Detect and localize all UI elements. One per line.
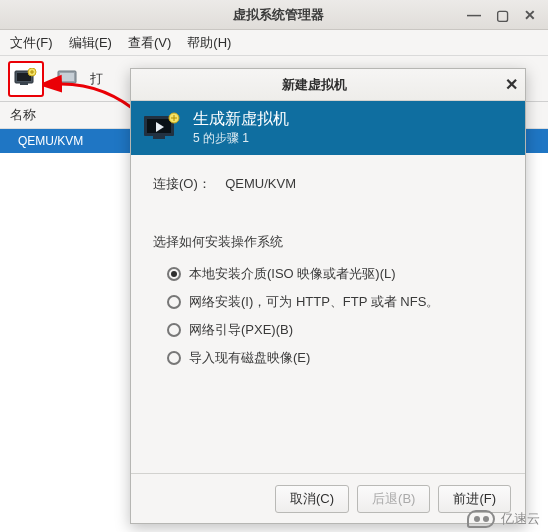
watermark-icon (467, 510, 495, 528)
radio-icon (167, 323, 181, 337)
menu-help[interactable]: 帮助(H) (187, 34, 231, 52)
menu-file[interactable]: 文件(F) (10, 34, 53, 52)
watermark: 亿速云 (467, 510, 540, 528)
maximize-icon[interactable]: ▢ (494, 7, 510, 23)
minimize-icon[interactable]: — (466, 7, 482, 23)
menubar: 文件(F) 编辑(E) 查看(V) 帮助(H) (0, 30, 548, 56)
dialog-titlebar: 新建虚拟机 ✕ (131, 69, 525, 101)
radio-icon (167, 267, 181, 281)
vm-row-name: QEMU/KVM (18, 134, 83, 148)
cancel-button[interactable]: 取消(C) (275, 485, 349, 513)
install-section-label: 选择如何安装操作系统 (153, 233, 503, 251)
new-vm-dialog: 新建虚拟机 ✕ 生成新虚拟机 5 的步骤 1 连接(O)： QEMU/KVM 选… (130, 68, 526, 524)
dialog-title: 新建虚拟机 (131, 76, 497, 94)
connection-row: 连接(O)： QEMU/KVM (153, 175, 503, 193)
svg-rect-5 (60, 73, 74, 81)
dialog-header-text: 生成新虚拟机 5 的步骤 1 (193, 109, 289, 147)
back-button[interactable]: 后退(B) (357, 485, 430, 513)
option-label: 本地安装介质(ISO 映像或者光驱)(L) (189, 265, 396, 283)
window-controls: — ▢ ✕ (466, 7, 548, 23)
svg-rect-2 (20, 83, 28, 85)
option-label: 网络安装(I)，可为 HTTP、FTP 或者 NFS。 (189, 293, 439, 311)
menu-edit[interactable]: 编辑(E) (69, 34, 112, 52)
option-label: 导入现有磁盘映像(E) (189, 349, 310, 367)
watermark-text: 亿速云 (501, 510, 540, 528)
new-vm-button[interactable] (8, 61, 44, 97)
open-label: 打 (90, 70, 103, 88)
new-vm-header-icon (141, 110, 183, 146)
forward-button[interactable]: 前进(F) (438, 485, 511, 513)
dialog-heading: 生成新虚拟机 (193, 109, 289, 130)
close-icon[interactable]: ✕ (522, 7, 538, 23)
monitor-icon (56, 68, 80, 90)
svg-rect-10 (153, 136, 165, 139)
main-window-title: 虚拟系统管理器 (0, 6, 466, 24)
option-label: 网络引导(PXE)(B) (189, 321, 293, 339)
svg-rect-6 (64, 83, 70, 85)
dialog-header: 生成新虚拟机 5 的步骤 1 (131, 101, 525, 155)
option-network-install[interactable]: 网络安装(I)，可为 HTTP、FTP 或者 NFS。 (167, 293, 503, 311)
option-import-disk[interactable]: 导入现有磁盘映像(E) (167, 349, 503, 367)
install-options: 本地安装介质(ISO 映像或者光驱)(L) 网络安装(I)，可为 HTTP、FT… (153, 265, 503, 367)
dialog-footer: 取消(C) 后退(B) 前进(F) (131, 473, 525, 523)
menu-view[interactable]: 查看(V) (128, 34, 171, 52)
connection-value: QEMU/KVM (225, 176, 296, 191)
new-vm-icon (14, 68, 38, 90)
dialog-step: 5 的步骤 1 (193, 130, 289, 147)
radio-icon (167, 295, 181, 309)
connection-label: 连接(O)： (153, 176, 211, 191)
dialog-body: 连接(O)： QEMU/KVM 选择如何安装操作系统 本地安装介质(ISO 映像… (131, 155, 525, 473)
dialog-close-button[interactable]: ✕ (497, 75, 525, 94)
radio-icon (167, 351, 181, 365)
main-titlebar: 虚拟系统管理器 — ▢ ✕ (0, 0, 548, 30)
open-vm-button[interactable] (50, 61, 86, 97)
option-local-iso[interactable]: 本地安装介质(ISO 映像或者光驱)(L) (167, 265, 503, 283)
option-pxe[interactable]: 网络引导(PXE)(B) (167, 321, 503, 339)
